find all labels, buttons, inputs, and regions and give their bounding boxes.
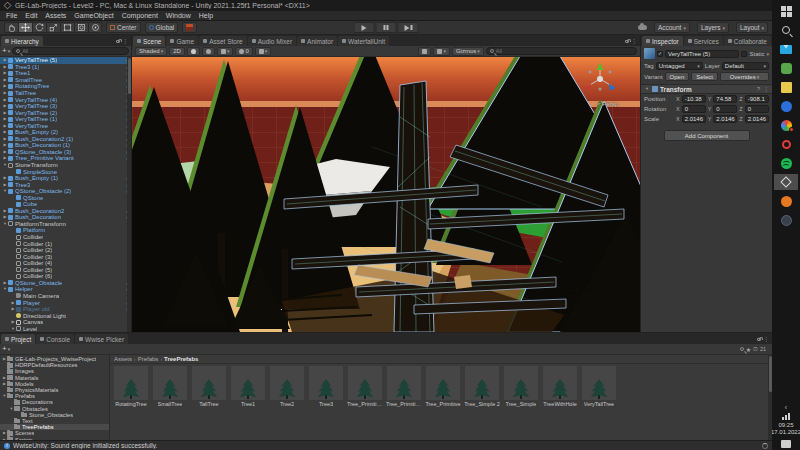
- scene-viewport[interactable]: < Persp: [132, 57, 640, 332]
- opera-icon[interactable]: [774, 136, 798, 152]
- menu-item-component[interactable]: Component: [118, 11, 162, 21]
- lock-icon[interactable]: [116, 40, 120, 43]
- notifications-icon[interactable]: [781, 440, 791, 448]
- handle-space-toggle-button[interactable]: Global: [145, 22, 179, 33]
- chevron-down-icon[interactable]: ▾: [766, 51, 769, 57]
- scale-x-field[interactable]: 2.0146: [682, 115, 706, 123]
- custom-tool-button[interactable]: [88, 22, 102, 33]
- rect-tool-button[interactable]: [60, 22, 74, 33]
- scene-tab-animator[interactable]: Animator: [297, 36, 337, 46]
- object-name-field[interactable]: VeryTallTree (5): [665, 50, 739, 58]
- dark-app-icon[interactable]: [774, 212, 798, 228]
- scene-tab-scene[interactable]: Scene: [133, 36, 165, 46]
- create-asset-button[interactable]: +▾: [2, 345, 10, 353]
- scene-tab-waterfallunit[interactable]: WaterfallUnit: [338, 36, 389, 46]
- prefab-open-button[interactable]: Open: [665, 72, 690, 81]
- tag-dropdown[interactable]: Untagged▾: [656, 62, 703, 70]
- asset-item[interactable]: TreeWithHole: [543, 366, 577, 407]
- step-button[interactable]: [398, 22, 419, 33]
- kebab-menu-icon[interactable]: ⋮: [763, 86, 769, 92]
- hidden-packages-icon[interactable]: ∅: [753, 346, 758, 352]
- collab-cloud-icon[interactable]: [638, 25, 647, 30]
- lock-icon[interactable]: [625, 40, 629, 43]
- rotation-z-field[interactable]: 0: [745, 105, 769, 113]
- scene-tab-asset-store[interactable]: Asset Store: [199, 36, 247, 46]
- project-scrollbar[interactable]: [768, 355, 772, 440]
- scene-tab-game[interactable]: Game: [166, 36, 198, 46]
- scale-z-field[interactable]: 2.0146: [745, 115, 769, 123]
- help-icon[interactable]: ?: [757, 86, 760, 92]
- prefab-overrides-dropdown[interactable]: Overrides▾: [720, 72, 769, 81]
- menu-item-file[interactable]: File: [2, 11, 21, 21]
- rotation-x-field[interactable]: 0: [682, 105, 706, 113]
- menu-item-help[interactable]: Help: [195, 11, 217, 21]
- tab-hierarchy[interactable]: Hierarchy: [1, 36, 43, 46]
- hierarchy-scrollbar[interactable]: [127, 57, 131, 332]
- active-checkbox[interactable]: ✓: [657, 51, 663, 57]
- scrollbar-thumb[interactable]: [128, 58, 131, 94]
- mail-icon[interactable]: [774, 41, 798, 57]
- asset-item[interactable]: Tree_Simple: [504, 366, 538, 407]
- scale-y-field[interactable]: 2.0146: [713, 115, 737, 123]
- menu-item-gameobject[interactable]: GameObject: [70, 11, 117, 21]
- breadcrumb-item[interactable]: TreePrefabs: [164, 356, 198, 362]
- scrollbar-thumb[interactable]: [769, 356, 772, 392]
- shading-mode-dropdown[interactable]: Shaded▾: [135, 47, 167, 56]
- status-message[interactable]: WwiseUnity: Sound engine initialized suc…: [13, 442, 157, 449]
- asset-item[interactable]: Tree_Simple 2: [465, 366, 499, 407]
- snap-tool-button[interactable]: [182, 22, 197, 33]
- search-by-type-icon[interactable]: [740, 347, 744, 351]
- inspector-tab-services[interactable]: Services: [684, 36, 723, 46]
- project-tab-wwise-picker[interactable]: Wwise Picker: [75, 334, 128, 344]
- hierarchy-item[interactable]: ▼Level: [0, 325, 131, 332]
- scene-orientation-gizmo[interactable]: [578, 61, 622, 101]
- layers-dropdown[interactable]: Layers▾: [697, 22, 729, 33]
- pivot-toggle-button[interactable]: Center: [106, 22, 141, 33]
- position-y-field[interactable]: 74.58: [713, 95, 737, 103]
- windows-start-icon[interactable]: [774, 3, 798, 19]
- project-tab-project[interactable]: Project: [1, 334, 35, 344]
- menu-item-assets[interactable]: Assets: [41, 11, 70, 21]
- foldout-arrow-icon[interactable]: ▼: [644, 86, 650, 92]
- scene-tab-audio-mixer[interactable]: Audio Mixer: [248, 36, 296, 46]
- play-button[interactable]: [354, 22, 375, 33]
- unity-icon[interactable]: [774, 174, 798, 190]
- spotify-icon[interactable]: [774, 155, 798, 171]
- rotate-tool-button[interactable]: [32, 22, 46, 33]
- taskbar-clock[interactable]: 09:25 17.01.2022: [771, 422, 800, 436]
- scale-tool-button[interactable]: [46, 22, 60, 33]
- asset-item[interactable]: Tree3: [309, 366, 343, 407]
- scene-lighting-toggle[interactable]: [187, 47, 200, 56]
- perspective-mode-label[interactable]: < Persp: [597, 101, 618, 107]
- browser-icon[interactable]: [774, 117, 798, 133]
- transform-component-header[interactable]: ▼ Transform ? ⋮: [641, 84, 772, 94]
- scene-search-input[interactable]: All: [486, 47, 637, 55]
- position-z-field[interactable]: -908.1: [745, 95, 769, 103]
- blue-app-icon[interactable]: [774, 98, 798, 114]
- asset-item[interactable]: SmallTree: [153, 366, 187, 407]
- inspector-tab-collaborate[interactable]: Collaborate: [724, 36, 771, 46]
- tray-expand-icon[interactable]: ‹: [785, 404, 787, 411]
- inspector-tab-inspector[interactable]: Inspector: [642, 36, 683, 46]
- scene-camera-dropdown[interactable]: ▾: [433, 47, 450, 56]
- account-dropdown[interactable]: Account▾: [654, 22, 690, 33]
- rotation-y-field[interactable]: 0: [713, 105, 737, 113]
- search-icon[interactable]: [774, 22, 798, 38]
- network-icon[interactable]: [782, 413, 790, 420]
- asset-item[interactable]: Tree_Primitive: [426, 366, 460, 407]
- gizmos-dropdown[interactable]: Gizmos▾: [452, 47, 484, 56]
- menu-item-edit[interactable]: Edit: [21, 11, 41, 21]
- create-object-button[interactable]: +▾: [2, 47, 10, 55]
- orange-app-icon[interactable]: [774, 193, 798, 209]
- asset-item[interactable]: RotatingTree: [114, 366, 148, 407]
- layer-dropdown[interactable]: Default▾: [722, 62, 769, 70]
- sticky-notes-icon[interactable]: [774, 79, 798, 95]
- kebab-menu-icon[interactable]: ⋮: [763, 336, 769, 342]
- breadcrumb-item[interactable]: Prefabs: [138, 356, 159, 362]
- static-checkbox[interactable]: [741, 51, 747, 57]
- 2d-toggle-button[interactable]: 2D: [169, 47, 185, 56]
- scene-audio-toggle[interactable]: [202, 47, 215, 56]
- menu-item-window[interactable]: Window: [162, 11, 195, 21]
- asset-item[interactable]: Tree_Primitive...: [348, 366, 382, 407]
- project-tab-console[interactable]: Console: [36, 334, 74, 344]
